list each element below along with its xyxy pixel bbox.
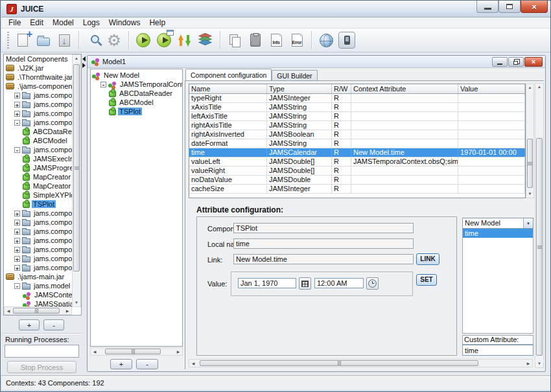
table-row[interactable]: valueLeft JAMSDouble[] R JAMSTemporalCon… — [189, 157, 525, 167]
tree-item[interactable]: JAMSExecIn — [5, 154, 72, 163]
tree-item[interactable]: jams.componen — [5, 227, 72, 236]
table-row[interactable]: dateFormat JAMSString R — [189, 139, 525, 148]
maximize-button[interactable] — [498, 1, 521, 13]
table-row[interactable]: noDataValue JAMSDouble R — [189, 176, 525, 185]
link-field[interactable] — [233, 254, 414, 264]
tree-item[interactable]: jams.componen — [5, 209, 72, 218]
window-titlebar[interactable]: J JUICE — [1, 1, 551, 17]
splitter-collapse-right-icon[interactable] — [82, 63, 86, 68]
settings-button[interactable]: ⚙ — [104, 30, 124, 51]
running-processes-list[interactable] — [5, 345, 79, 358]
new-model-button[interactable]: + — [12, 30, 33, 51]
model-tree-add-button[interactable]: + — [110, 359, 132, 369]
col-header-context-attribute[interactable]: Context Attribute — [351, 84, 458, 93]
tree-item[interactable]: JAMSTemporalContext — [91, 80, 182, 89]
scroll-down-icon[interactable]: ▼ — [526, 190, 533, 198]
link-button[interactable]: LINK — [416, 253, 440, 265]
tree-item[interactable]: jams.componen — [5, 100, 72, 109]
expander-icon[interactable] — [14, 238, 20, 244]
tree-item[interactable]: jams.componen — [5, 91, 72, 100]
tree-item[interactable]: .\jams-main.jar — [5, 272, 72, 281]
stop-process-button[interactable]: Stop Process — [7, 361, 76, 373]
model-tree-horizontal-scrollbar[interactable]: ◀ ▶ — [90, 347, 183, 356]
tree-item[interactable]: ABCModel — [91, 98, 182, 107]
frame-close-button[interactable]: × — [524, 57, 543, 67]
table-row[interactable]: time JAMSCalendar R New Model.time 1970-… — [189, 148, 525, 157]
menu-item[interactable]: Logs — [78, 17, 104, 29]
menu-item[interactable]: Help — [145, 17, 170, 29]
expander-icon[interactable] — [14, 102, 20, 108]
table-row[interactable]: valueRight JAMSDouble[] R — [189, 167, 525, 176]
clock-button[interactable] — [366, 277, 379, 290]
expander-icon[interactable] — [14, 229, 20, 235]
expander-icon[interactable] — [14, 111, 20, 117]
expander-icon[interactable] — [14, 120, 20, 126]
scroll-down-icon[interactable]: ▼ — [73, 299, 80, 306]
minimize-button[interactable] — [476, 1, 498, 13]
menu-item[interactable]: Windows — [104, 17, 145, 29]
table-row[interactable]: rightAxisTitle JAMSString R — [189, 121, 525, 130]
expander-icon[interactable] — [14, 256, 20, 262]
tree-item[interactable]: jams.componen — [5, 254, 72, 263]
tree-item[interactable]: .\Thornthwaite.jar — [5, 73, 72, 82]
table-row[interactable]: xAxisTitle JAMSString R — [189, 103, 525, 112]
save-model-button[interactable]: ↓ — [54, 30, 75, 51]
local-name-field[interactable] — [233, 238, 414, 249]
scroll-left-icon[interactable]: ◀ — [5, 307, 12, 316]
table-vertical-scrollbar[interactable]: ▲ ▼ — [526, 84, 534, 198]
tree-item[interactable]: .\jams-components — [5, 82, 72, 91]
tree-item[interactable]: JAMSSpatia — [5, 299, 72, 306]
calendar-button[interactable] — [299, 277, 311, 290]
sidebar-remove-button[interactable]: - — [43, 319, 64, 330]
tab-component-configuration[interactable]: Component configuration — [185, 69, 272, 81]
scroll-right-icon[interactable]: ▶ — [174, 348, 182, 356]
menu-item[interactable]: Edit — [25, 17, 48, 29]
col-header-value[interactable]: Value — [458, 84, 525, 93]
table-row[interactable]: rightAxisInverted JAMSBoolean R — [189, 130, 525, 139]
web-button[interactable] — [316, 30, 336, 51]
time-field[interactable] — [314, 278, 364, 288]
tree-item[interactable]: SimpleXYPlo — [5, 190, 72, 200]
scroll-up-icon[interactable]: ▲ — [535, 84, 543, 91]
frame-minimize-button[interactable] — [492, 57, 508, 67]
scrollbar-thumb[interactable] — [536, 138, 543, 356]
tree-item[interactable]: jams.componen — [5, 263, 72, 272]
custom-attribute-field[interactable] — [462, 345, 533, 356]
chevron-down-icon[interactable]: ▼ — [523, 218, 533, 228]
scrollbar-thumb[interactable] — [527, 139, 533, 188]
tree-item[interactable]: jams.componen — [5, 109, 72, 118]
tree-item[interactable]: jams.componen — [5, 245, 72, 254]
scrollbar-thumb[interactable] — [13, 308, 60, 314]
col-header-name[interactable]: Name — [189, 84, 267, 93]
set-button[interactable]: SET — [416, 274, 437, 286]
scroll-right-icon[interactable]: ▶ — [64, 307, 71, 316]
scroll-up-icon[interactable]: ▲ — [73, 55, 80, 62]
date-field[interactable] — [238, 278, 296, 288]
tree-item[interactable]: New Model — [91, 71, 182, 80]
paste-button[interactable] — [245, 30, 266, 51]
model-transfer-button[interactable] — [174, 30, 195, 51]
menu-item[interactable]: Model — [48, 17, 78, 29]
scroll-down-icon[interactable]: ▼ — [535, 360, 543, 367]
scroll-left-icon[interactable]: ◀ — [189, 360, 197, 368]
expander-icon[interactable] — [100, 82, 106, 87]
expander-icon[interactable] — [14, 211, 20, 216]
tree-item[interactable]: jams.componen — [5, 118, 72, 127]
tree-item[interactable]: TSPlot — [5, 200, 72, 209]
expander-icon[interactable] — [14, 265, 20, 271]
list-item[interactable]: time — [463, 229, 533, 238]
tree-item[interactable]: jams.componen — [5, 218, 72, 227]
scroll-up-icon[interactable]: ▲ — [526, 84, 533, 91]
splitter-collapse-left-icon[interactable] — [82, 56, 86, 62]
copy-button[interactable] — [224, 30, 245, 51]
tree-item[interactable]: ABCModel — [5, 136, 72, 145]
scrollbar-thumb[interactable] — [200, 360, 478, 366]
expander-icon[interactable] — [14, 247, 20, 253]
sidebar-add-button[interactable]: + — [19, 319, 40, 330]
tree-item[interactable]: jams.componen — [5, 145, 72, 154]
panel-horizontal-scrollbar[interactable]: ◀ ▶ — [189, 359, 533, 367]
close-button[interactable]: × — [521, 1, 548, 13]
tree-item[interactable]: MapCreator — [5, 172, 72, 181]
frame-titlebar[interactable]: Model1 — [88, 56, 545, 68]
tree-item[interactable]: jams.model — [5, 281, 72, 290]
